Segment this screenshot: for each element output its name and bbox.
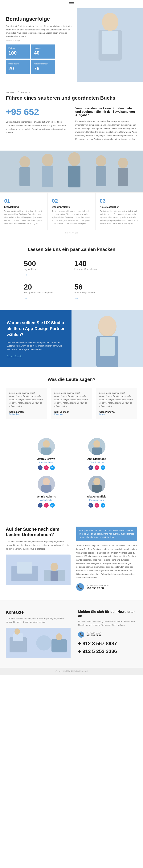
stats-grid: Projekte 100 Kunden 40 Unser Team 20 Aus…: [6, 44, 55, 74]
stat-card-2: Unser Team 20: [6, 60, 30, 74]
social-twitter-0[interactable]: tw: [50, 465, 55, 470]
svg-rect-18: [118, 168, 128, 186]
svg-rect-12: [42, 166, 53, 187]
number-label-1: Effiziente Spezialisten: [74, 268, 119, 271]
svg-point-6: [102, 13, 118, 31]
social-facebook-0[interactable]: f: [38, 465, 43, 470]
phone-label: Telefon (Freirufe): [87, 632, 101, 634]
phone-small-icon: 📞: [80, 633, 83, 636]
member-name-2: Jennie Roberts: [24, 495, 69, 498]
svg-rect-23: [100, 337, 115, 356]
stat-card-1: Kunden 40: [31, 44, 55, 59]
contact-grid: Kontakte Lorem ipsum dolor sit amet, con…: [6, 610, 137, 658]
step-number-1: 02: [52, 198, 91, 204]
numbers-grid: 500 Loyale Kunden → 140 Effiziente Spezi…: [24, 260, 119, 301]
contact-phone-item: 📞 Telefon (Freirufe) +92 555 77 88: [78, 631, 137, 638]
stat-number-1: 40: [34, 50, 53, 56]
newsletter-title: Melden Sie sich für den Newsletter an: [78, 610, 137, 618]
footer: Copyright © 2024 All Rights Reserved: [0, 668, 143, 675]
number-item-0: 500 Loyale Kunden →: [24, 260, 69, 277]
social-instagram-0[interactable]: in: [44, 465, 49, 470]
svg-point-22: [99, 316, 116, 336]
number-big-1: 140: [74, 260, 119, 268]
member-socials-2: f in tw: [24, 503, 69, 507]
member-role-2: Verkaufsleiter: [24, 499, 69, 501]
social-twitter-1[interactable]: tw: [101, 465, 105, 470]
team-grid: Jeffrey Brown Kreativer Leiter f in tw A…: [24, 438, 119, 507]
svg-point-34: [93, 478, 100, 486]
stat-label-1: Kunden: [34, 47, 53, 49]
social-twitter-2[interactable]: tw: [50, 503, 55, 507]
call-section: 📞 Rufen Sie uns jederzeit an +92 555 77 …: [76, 583, 137, 591]
member-role-3: Programm-Guru: [74, 499, 119, 501]
step-item-1: 02 Designprojekte To start working with …: [48, 193, 95, 230]
find-highlight-box: Find your product found it. Join it all …: [76, 527, 137, 541]
social-instagram-1[interactable]: in: [95, 465, 99, 470]
testimonial-text-1: Lorem ipsum dolor sit amet, consectetur …: [54, 392, 89, 408]
about-label: Virtuell Über uns: [6, 91, 137, 94]
number-big-2: 20: [24, 283, 69, 291]
cta-link[interactable]: Bild von Freepik: [7, 355, 65, 358]
social-facebook-3[interactable]: f: [89, 503, 93, 507]
number-item-1: 140 Effiziente Spezialisten →: [74, 260, 119, 277]
member-avatar-0: [38, 438, 55, 455]
step-title-0: Entwicklung: [4, 206, 43, 208]
steps-row: 01 Entwicklung To start working with you…: [0, 192, 143, 230]
hero-content: Beratungserfolge Sample text. Click to s…: [0, 8, 79, 82]
social-twitter-3[interactable]: tw: [101, 503, 105, 507]
about-right-title: Verschwenden Sie keine Stunden mehr und …: [75, 106, 137, 117]
svg-rect-10: [20, 167, 30, 186]
about-right: Verschwenden Sie keine Stunden mehr und …: [75, 106, 137, 141]
team-member-2: Jennie Roberts Verkaufsleiter f in tw: [24, 476, 69, 507]
svg-point-48: [56, 633, 62, 640]
step-text-0: To start working with your text, just cl…: [4, 210, 43, 225]
svg-rect-32: [41, 485, 51, 493]
svg-point-17: [118, 158, 128, 168]
member-socials-0: f in tw: [24, 465, 69, 470]
header: [0, 0, 143, 8]
svg-rect-2: [69, 5, 74, 5]
numbers-section: Lassen Sie uns ein paar Zahlen knacken 5…: [0, 237, 143, 310]
svg-rect-7: [102, 31, 118, 54]
stat-label-3: Auszeichnungen: [34, 63, 53, 65]
arrow-icon-0: →: [24, 272, 69, 277]
number-label-2: Erfolgreiche Geschäftspläne: [24, 291, 69, 294]
stat-label-2: Unser Team: [8, 63, 27, 65]
member-name-3: Alex Greenfield: [74, 495, 119, 498]
contact-left: Kontakte Lorem ipsum dolor sit amet, con…: [6, 610, 71, 658]
member-name-1: Ann Richmond: [74, 457, 119, 460]
testimonials-row: Lorem ipsum dolor sit amet, consectetur …: [6, 388, 137, 419]
find-text: Lorem ipsum dolor sit amet, consectetur …: [6, 540, 71, 551]
member-socials-3: f in tw: [74, 503, 119, 507]
svg-point-31: [43, 478, 50, 486]
social-facebook-1[interactable]: f: [89, 465, 93, 470]
number-label-0: Loyale Kunden: [24, 268, 69, 271]
arrow-icon-3: →: [74, 296, 119, 301]
about-left-text: Optima focusite tremontaggi Ferrandis au…: [6, 120, 68, 134]
social-instagram-2[interactable]: in: [44, 503, 49, 507]
hero-title: Beratungserfolge: [6, 16, 73, 22]
hamburger-icon[interactable]: [69, 2, 74, 6]
about-big-number: +95 652: [6, 106, 68, 117]
svg-rect-16: [96, 166, 106, 186]
svg-rect-0: [69, 2, 74, 3]
number-label-3: Anlagemöglichkeiten: [74, 291, 119, 294]
svg-rect-38: [17, 562, 32, 574]
hero-section: Beratungserfolge Sample text. Click to s…: [0, 8, 143, 82]
step-text-2: To start working with your text, just cl…: [100, 210, 139, 225]
svg-point-25: [43, 440, 50, 448]
social-facebook-2[interactable]: f: [38, 503, 43, 507]
team-section: Jeffrey Brown Kreativer Leiter f in tw A…: [0, 436, 143, 517]
find-right: Find your product found it. Join it all …: [76, 527, 137, 591]
contact-section: Kontakte Lorem ipsum dolor sit amet, con…: [0, 600, 143, 668]
steps-section: 01 Entwicklung To start working with you…: [0, 192, 143, 237]
call-number: +92 555 77 88: [87, 587, 109, 590]
stat-card-3: Auszeichnungen 76: [31, 60, 55, 74]
social-instagram-3[interactable]: in: [95, 503, 99, 507]
contact-right: Melden Sie sich für den Newsletter an Mö…: [78, 610, 137, 658]
svg-rect-26: [41, 447, 51, 455]
number-item-2: 20 Erfolgreiche Geschäftspläne →: [24, 283, 69, 301]
stat-number-0: 100: [8, 50, 27, 56]
member-role-1: Web-Entwickler: [74, 461, 119, 463]
svg-rect-29: [92, 447, 102, 455]
